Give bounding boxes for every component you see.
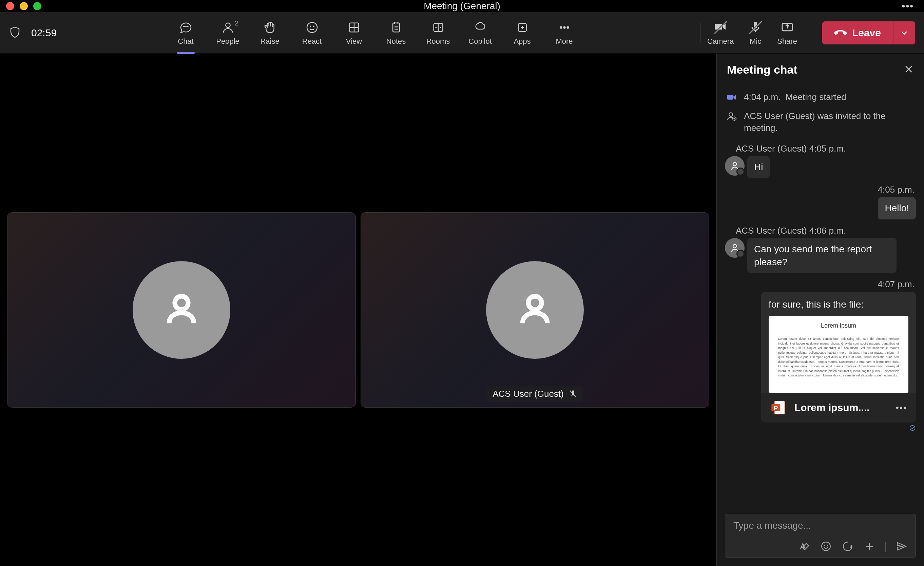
- preview-title: Lorem ipsum: [778, 322, 899, 329]
- react-button[interactable]: React: [298, 17, 326, 48]
- send-button[interactable]: [896, 541, 908, 554]
- format-button[interactable]: [798, 541, 810, 554]
- file-caption: for sure, this is the file:: [769, 299, 908, 310]
- rooms-icon: [431, 20, 446, 35]
- svg-point-22: [528, 296, 542, 309]
- system-message-started: 4:04 p.m.Meeting started: [725, 88, 916, 107]
- leave-phone-icon: [834, 27, 847, 39]
- svg-rect-27: [727, 95, 733, 99]
- camera-off-icon: [714, 20, 727, 35]
- share-button[interactable]: Share: [777, 20, 797, 46]
- message-meta-1: ACS User (Guest) 4:05 p.m.: [725, 137, 916, 156]
- apps-icon: [515, 20, 530, 35]
- mic-label: Mic: [750, 37, 761, 46]
- more-icon: [557, 20, 572, 35]
- mic-muted-icon: [568, 389, 578, 398]
- svg-point-18: [567, 27, 568, 28]
- rooms-label: Rooms: [426, 37, 450, 46]
- leave-button[interactable]: Leave: [822, 21, 893, 45]
- apps-label: Apps: [513, 37, 531, 46]
- message-bubble[interactable]: Can you send me the report please?: [747, 238, 897, 273]
- message-meta-2: 4:05 p.m.: [725, 178, 916, 197]
- view-icon: [346, 20, 362, 35]
- participant-tile-1[interactable]: [7, 212, 356, 407]
- notes-label: Notes: [386, 37, 406, 46]
- rooms-button[interactable]: Rooms: [424, 17, 452, 48]
- file-more-button[interactable]: •••: [896, 403, 907, 413]
- titlebar: Meeting (General) •••: [0, 0, 924, 12]
- svg-point-28: [729, 112, 733, 116]
- svg-point-40: [827, 545, 828, 545]
- shield-icon[interactable]: [9, 26, 21, 40]
- message-input[interactable]: [734, 520, 908, 531]
- file-attachment-card[interactable]: for sure, this is the file: Lorem ipsum …: [761, 292, 916, 422]
- loop-icon: [842, 541, 854, 552]
- view-button[interactable]: View: [340, 17, 368, 48]
- emoji-button[interactable]: [820, 541, 832, 554]
- window-maximize-button[interactable]: [33, 2, 41, 10]
- started-time: 4:04 p.m.: [744, 92, 780, 102]
- svg-point-0: [226, 23, 230, 27]
- loop-button[interactable]: [842, 541, 854, 554]
- raise-label: Raise: [260, 37, 279, 46]
- chat-panel: Meeting chat 4:04 p.m.Meeting started AC…: [716, 54, 924, 566]
- window-minimize-button[interactable]: [20, 2, 28, 10]
- message-row-2: Hello!: [725, 197, 916, 219]
- people-count-badge: 2: [235, 19, 238, 27]
- window-title: Meeting (General): [424, 1, 500, 12]
- avatar: [725, 238, 744, 258]
- more-button[interactable]: More: [551, 17, 578, 48]
- seen-indicator: [725, 425, 916, 431]
- apps-button[interactable]: Apps: [509, 17, 536, 48]
- window-close-button[interactable]: [6, 2, 14, 10]
- raise-button[interactable]: Raise: [256, 17, 284, 48]
- people-button[interactable]: 2 People: [214, 17, 242, 48]
- powerpoint-icon: P: [770, 399, 788, 416]
- people-label: People: [216, 37, 240, 46]
- chat-icon: [178, 20, 194, 35]
- copilot-icon: [473, 20, 488, 35]
- raise-hand-icon: [262, 20, 278, 35]
- people-icon: 2: [220, 20, 236, 35]
- compose-box: [725, 514, 916, 558]
- message-bubble[interactable]: Hi: [747, 156, 770, 178]
- participant-tile-2[interactable]: ACS User (Guest): [361, 212, 709, 407]
- started-text: Meeting started: [785, 92, 846, 102]
- meeting-timer: 02:59: [31, 27, 57, 39]
- svg-rect-7: [393, 23, 400, 32]
- camera-button[interactable]: Camera: [707, 20, 734, 46]
- preview-body: Lorem ipsum dolor sit amet, consectetur …: [778, 337, 899, 378]
- chat-button[interactable]: Chat: [172, 17, 200, 48]
- video-icon: [726, 92, 738, 103]
- message-meta-3: ACS User (Guest) 4:06 p.m.: [725, 219, 916, 238]
- message-row-1: Hi: [725, 156, 916, 178]
- react-label: React: [302, 37, 322, 46]
- message-row-3: Can you send me the report please?: [725, 238, 916, 273]
- leave-label: Leave: [852, 27, 881, 39]
- chat-label: Chat: [178, 37, 194, 46]
- svg-point-38: [822, 542, 830, 551]
- chat-messages: 4:04 p.m.Meeting started ACS User (Guest…: [717, 84, 924, 507]
- svg-point-3: [314, 26, 314, 27]
- plus-icon: [864, 541, 875, 552]
- mic-button[interactable]: Mic: [748, 20, 762, 46]
- chevron-down-icon: [900, 28, 909, 37]
- react-icon: [304, 20, 320, 35]
- message-bubble[interactable]: Hello!: [878, 197, 916, 219]
- svg-point-17: [563, 27, 565, 28]
- notes-button[interactable]: Notes: [382, 17, 410, 48]
- svg-point-21: [175, 296, 188, 309]
- leave-dropdown[interactable]: [893, 21, 915, 45]
- attach-button[interactable]: [864, 541, 875, 554]
- message-row-4: for sure, this is the file: Lorem ipsum …: [725, 292, 916, 422]
- file-info-bar: P Lorem ipsum.... •••: [761, 393, 916, 422]
- more-label: More: [556, 37, 573, 46]
- close-chat-button[interactable]: [904, 64, 914, 76]
- title-more-button[interactable]: •••: [902, 1, 914, 12]
- invited-text: ACS User (Guest) was invited to the meet…: [744, 110, 915, 134]
- participant-name: ACS User (Guest): [492, 389, 564, 399]
- copilot-button[interactable]: Copilot: [467, 17, 494, 48]
- avatar-placeholder: [486, 261, 584, 359]
- svg-point-37: [910, 425, 915, 431]
- traffic-lights: [0, 2, 41, 10]
